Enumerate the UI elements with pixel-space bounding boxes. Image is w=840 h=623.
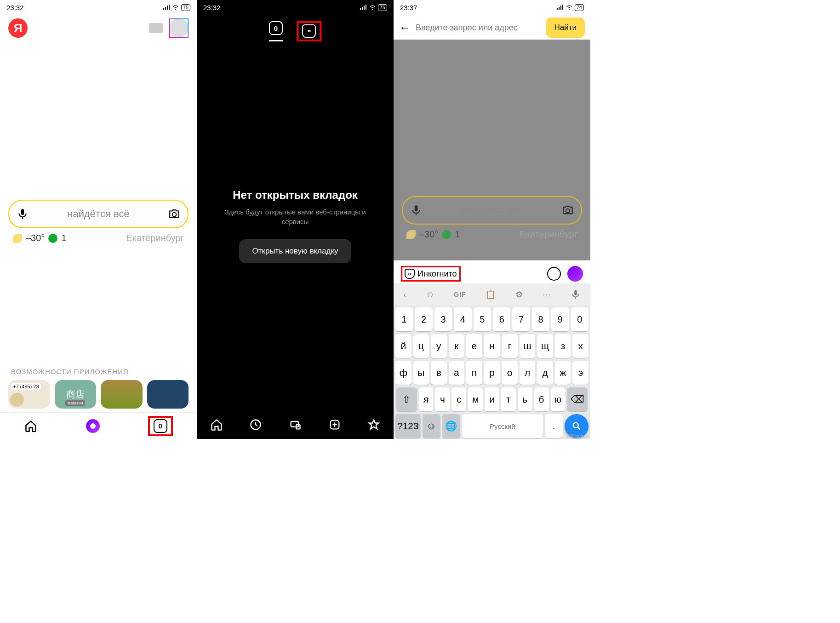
temperature: –30°: [26, 233, 45, 243]
signal-icon: [163, 5, 170, 10]
key-т[interactable]: т: [501, 387, 516, 411]
key-о[interactable]: о: [502, 361, 518, 385]
key-р[interactable]: р: [484, 361, 500, 385]
key-ж[interactable]: ж: [555, 361, 571, 385]
key-9[interactable]: 9: [551, 307, 569, 331]
key-8[interactable]: 8: [532, 307, 549, 331]
keyboard-toolbar: ‹ ☺ GIF 📋 ⚙ ⋯: [394, 283, 590, 306]
key-1[interactable]: 1: [395, 307, 413, 331]
camera-icon[interactable]: [168, 208, 180, 220]
settings-icon[interactable]: ⚙: [515, 289, 523, 300]
key-ы[interactable]: ы: [413, 361, 429, 385]
more-icon[interactable]: ⋯: [543, 289, 551, 300]
history-icon[interactable]: [249, 418, 262, 431]
key-lang-switch[interactable]: 🌐: [442, 414, 460, 438]
new-tab-icon[interactable]: [328, 418, 341, 431]
temperature: –30°: [419, 229, 438, 240]
gif-button[interactable]: GIF: [454, 291, 466, 298]
yandex-logo[interactable]: Я: [8, 18, 28, 38]
normal-tabs-button[interactable]: 0: [269, 21, 283, 41]
key-к[interactable]: к: [449, 334, 465, 358]
weather-row[interactable]: –30° 1 Екатеринбург: [0, 228, 197, 248]
lens-icon[interactable]: [547, 267, 561, 281]
open-tab-button[interactable]: Открыть новую вкладку: [239, 239, 351, 263]
key-shift[interactable]: ⇧: [396, 387, 417, 411]
card-translate[interactable]: 商店 магазин: [55, 380, 97, 409]
status-bar: 23:32 75: [197, 0, 394, 13]
moon-icon: [13, 234, 22, 243]
key-0[interactable]: 0: [571, 307, 589, 331]
key-7[interactable]: 7: [512, 307, 530, 331]
card-more[interactable]: [147, 380, 189, 409]
home-icon[interactable]: [210, 418, 223, 431]
key-й[interactable]: й: [395, 334, 411, 358]
key-е[interactable]: е: [466, 334, 482, 358]
key-dot[interactable]: .: [545, 414, 563, 438]
key-н[interactable]: н: [484, 334, 500, 358]
kb-mic-icon[interactable]: [571, 289, 581, 300]
alice-icon[interactable]: [86, 419, 100, 433]
incognito-chip[interactable]: Инкогнито: [405, 269, 457, 279]
back-icon[interactable]: ←: [399, 21, 410, 34]
key-и[interactable]: и: [485, 387, 499, 411]
key-д[interactable]: д: [537, 361, 553, 385]
key-з[interactable]: з: [555, 334, 571, 358]
tabs-button[interactable]: 0: [154, 419, 167, 433]
key-ь[interactable]: ь: [518, 387, 532, 411]
air-icon: [48, 234, 57, 243]
key-г[interactable]: г: [502, 334, 518, 358]
key-2[interactable]: 2: [415, 307, 432, 331]
key-4[interactable]: 4: [454, 307, 471, 331]
key-ц[interactable]: ц: [413, 334, 429, 358]
key-х[interactable]: х: [572, 334, 589, 358]
air-index: 1: [61, 233, 66, 243]
status-bar: 23:37 74: [394, 0, 590, 13]
card-shop-tag: магазин: [65, 400, 85, 406]
key-п[interactable]: п: [466, 361, 482, 385]
sticker-icon[interactable]: ☺: [426, 290, 434, 300]
star-icon[interactable]: [367, 418, 380, 431]
key-я[interactable]: я: [419, 387, 434, 411]
key-space[interactable]: Русский: [462, 414, 543, 438]
clipboard-icon[interactable]: 📋: [486, 289, 496, 300]
key-ч[interactable]: ч: [435, 387, 450, 411]
dim-overlay: найдётся всё –30° 1 Екатеринбург: [394, 40, 590, 260]
key-ю[interactable]: ю: [551, 387, 566, 411]
key-ф[interactable]: ф: [395, 361, 411, 385]
thumb-icon: [10, 393, 24, 407]
key-л[interactable]: л: [520, 361, 536, 385]
home-icon[interactable]: [24, 419, 38, 433]
feature-cards: +7 (495) 23 商店 магазин: [0, 380, 197, 412]
mic-icon[interactable]: [17, 208, 29, 220]
key-5[interactable]: 5: [474, 307, 491, 331]
key-у[interactable]: у: [431, 334, 447, 358]
key-с[interactable]: с: [451, 387, 466, 411]
key-э[interactable]: э: [572, 361, 589, 385]
key-щ[interactable]: щ: [537, 334, 553, 358]
find-button[interactable]: Найти: [546, 17, 585, 38]
mail-icon[interactable]: [149, 23, 163, 33]
card-caller-id[interactable]: +7 (495) 23: [8, 380, 50, 409]
incognito-icon[interactable]: [302, 24, 316, 38]
key-3[interactable]: 3: [434, 307, 452, 331]
alice-icon[interactable]: [567, 266, 583, 282]
key-backspace[interactable]: ⌫: [567, 387, 588, 411]
card-lens[interactable]: [101, 380, 143, 409]
search-bar[interactable]: найдётся всё: [8, 200, 189, 228]
sync-icon[interactable]: [289, 418, 302, 431]
kb-back-icon[interactable]: ‹: [403, 290, 406, 300]
address-input[interactable]: [416, 23, 540, 33]
key-в[interactable]: в: [431, 361, 447, 385]
tabs-switcher: 0: [197, 13, 394, 46]
key-б[interactable]: б: [534, 387, 549, 411]
watermark: 24hitech.ru: [566, 433, 589, 438]
avatar[interactable]: [169, 18, 189, 38]
key-emoji[interactable]: ☺: [423, 414, 440, 438]
clock: 23:37: [400, 4, 417, 12]
key-а[interactable]: а: [449, 361, 465, 385]
key-symbols[interactable]: ?123: [395, 414, 421, 438]
battery-icon: 75: [378, 4, 387, 11]
key-6[interactable]: 6: [493, 307, 510, 331]
key-м[interactable]: м: [468, 387, 483, 411]
key-ш[interactable]: ш: [520, 334, 536, 358]
